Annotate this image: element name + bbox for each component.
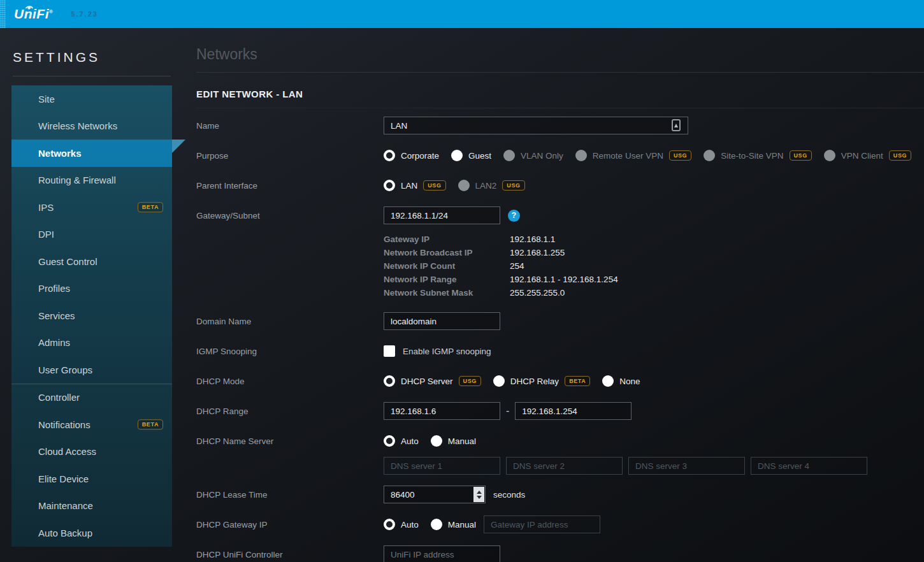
dhcp-range-end-input[interactable] (515, 402, 632, 420)
sidebar-item-auto-backup[interactable]: Auto Backup (11, 519, 172, 547)
domain-name-input[interactable] (384, 312, 500, 330)
radio-selected-icon (384, 150, 395, 161)
dns-server-2-input (506, 457, 623, 475)
dhcp-mode-option-server[interactable]: DHCP ServerUSG (384, 375, 481, 387)
sidebar-item-profiles[interactable]: Profiles (11, 275, 172, 303)
usg-badge: USG (502, 180, 524, 191)
dhcp-gateway-ip-label: DHCP Gateway IP (196, 520, 384, 530)
radio-disabled-icon (575, 150, 587, 161)
dhcp-unifi-controller-row: DHCP UniFi Controller (196, 545, 924, 562)
dhcp-lease-time-input[interactable] (384, 486, 486, 503)
stepper-up-icon (477, 491, 482, 494)
usg-badge: USG (889, 150, 911, 161)
unifi-logo: UniFi® (14, 6, 53, 22)
radio-disabled-icon (704, 150, 715, 161)
radio-disabled-icon (824, 150, 835, 161)
dhcp-range-start-input[interactable] (384, 402, 500, 420)
main-content: Networks EDIT NETWORK - LAN Name Purpose… (172, 28, 924, 562)
settings-heading: SETTINGS (13, 50, 172, 65)
usg-badge: USG (459, 376, 481, 386)
radio-selected-icon (384, 435, 395, 447)
sidebar-item-controller[interactable]: Controller (11, 384, 172, 412)
top-bar: UniFi® 5.7.23 (0, 0, 924, 28)
dots-texture (0, 0, 6, 28)
radio-icon (431, 435, 442, 447)
dhcp-lease-time-row: DHCP Lease Time seconds (196, 486, 924, 503)
dhcp-name-server-option-manual[interactable]: Manual (431, 435, 476, 447)
sidebar-item-cloud-access[interactable]: Cloud Access (11, 438, 172, 466)
usg-badge: USG (790, 150, 812, 161)
dhcp-range-label: DHCP Range (196, 407, 384, 416)
sidebar-item-admins[interactable]: Admins (11, 329, 172, 357)
name-label: Name (196, 121, 384, 131)
radio-selected-icon (384, 375, 395, 387)
info-row-subnet-mask: Network Subnet Mask255.255.255.0 (384, 286, 924, 299)
sidebar-item-services[interactable]: Services (11, 302, 172, 329)
purpose-option-corporate[interactable]: Corporate (384, 150, 439, 161)
sidebar-item-wireless-networks[interactable]: Wireless Networks (11, 113, 172, 140)
dns-server-1-input (384, 457, 500, 475)
sidebar-item-networks[interactable]: Networks (11, 140, 172, 167)
purpose-option-site-to-site-vpn: Site-to-Site VPNUSG (704, 150, 812, 161)
dhcp-gateway-ip-option-auto[interactable]: Auto (384, 519, 419, 530)
range-separator: - (506, 405, 509, 417)
sidebar-item-ips[interactable]: IPSBETA (11, 194, 172, 221)
dhcp-gateway-ip-option-manual[interactable]: Manual (431, 519, 476, 530)
igmp-snooping-row: IGMP Snooping Enable IGMP snooping (196, 342, 924, 360)
number-stepper[interactable] (473, 487, 484, 502)
section-title: EDIT NETWORK - LAN (196, 89, 924, 99)
parent-interface-label: Parent Interface (196, 181, 384, 191)
dhcp-range-row: DHCP Range - (196, 402, 924, 420)
gateway-subnet-row: Gateway/Subnet ? (196, 206, 924, 224)
igmp-snooping-checkbox[interactable] (384, 345, 395, 357)
radio-icon (602, 375, 614, 387)
purpose-option-guest[interactable]: Guest (451, 150, 491, 161)
purpose-option-remote-user-vpn: Remote User VPNUSG (575, 150, 691, 161)
dns-server-3-input (628, 457, 745, 475)
beta-badge: BETA (565, 376, 590, 386)
sidebar-item-routing-firewall[interactable]: Routing & Firewall (11, 167, 172, 194)
sidebar-item-elite-device[interactable]: Elite Device (11, 465, 172, 493)
radio-icon (493, 375, 505, 387)
autofill-arrow-icon (674, 124, 678, 127)
parent-interface-row: Parent Interface LANUSG LAN2USG (196, 177, 924, 194)
lease-time-unit: seconds (493, 490, 525, 500)
gateway-ip-address-input (484, 515, 600, 533)
parent-interface-option-lan[interactable]: LANUSG (384, 180, 446, 191)
radio-icon (431, 519, 442, 530)
page-title-divider (196, 72, 924, 73)
radio-icon (451, 150, 463, 161)
purpose-option-vpn-client: VPN ClientUSG (824, 150, 911, 161)
autofill-icon[interactable] (672, 119, 681, 131)
sidebar-item-site[interactable]: Site (11, 85, 172, 113)
registered-mark: ® (49, 9, 53, 15)
dhcp-mode-option-relay[interactable]: DHCP RelayBETA (493, 375, 591, 387)
info-row-broadcast-ip: Network Broadcast IP192.168.1.255 (384, 246, 924, 259)
gateway-subnet-input[interactable] (384, 206, 500, 224)
beta-badge: BETA (138, 420, 163, 430)
sidebar-item-notifications[interactable]: NotificationsBETA (11, 411, 172, 438)
info-row-gateway-ip: Gateway IP192.168.1.1 (384, 233, 924, 246)
sidebar-item-user-groups[interactable]: User Groups (11, 356, 172, 384)
sidebar-item-guest-control[interactable]: Guest Control (11, 248, 172, 275)
purpose-row: Purpose Corporate Guest VLAN Only Remote… (196, 147, 924, 164)
dhcp-name-server-row: DHCP Name Server Auto Manual (196, 432, 924, 450)
sidebar-item-dpi[interactable]: DPI (11, 221, 172, 249)
unifi-ip-address-input[interactable] (384, 545, 500, 562)
info-row-ip-count: Network IP Count254 (384, 259, 924, 273)
igmp-checkbox-label: Enable IGMP snooping (403, 347, 491, 356)
network-name-input[interactable] (384, 117, 688, 134)
radio-disabled-icon (458, 180, 470, 191)
sidebar-group-controller: Controller NotificationsBETA Cloud Acces… (11, 384, 172, 547)
usg-badge: USG (423, 180, 445, 191)
dhcp-mode-option-none[interactable]: None (602, 375, 640, 387)
help-icon[interactable]: ? (508, 210, 520, 222)
settings-divider (13, 76, 171, 76)
dhcp-mode-row: DHCP Mode DHCP ServerUSG DHCP RelayBETA … (196, 372, 924, 390)
dhcp-name-server-option-auto[interactable]: Auto (384, 435, 419, 447)
radio-disabled-icon (503, 150, 515, 161)
settings-sidebar: SETTINGS Site Wireless Networks Networks… (0, 28, 172, 562)
sidebar-item-maintenance[interactable]: Maintenance (11, 493, 172, 520)
name-row: Name (196, 117, 924, 134)
beta-badge: BETA (138, 203, 163, 213)
